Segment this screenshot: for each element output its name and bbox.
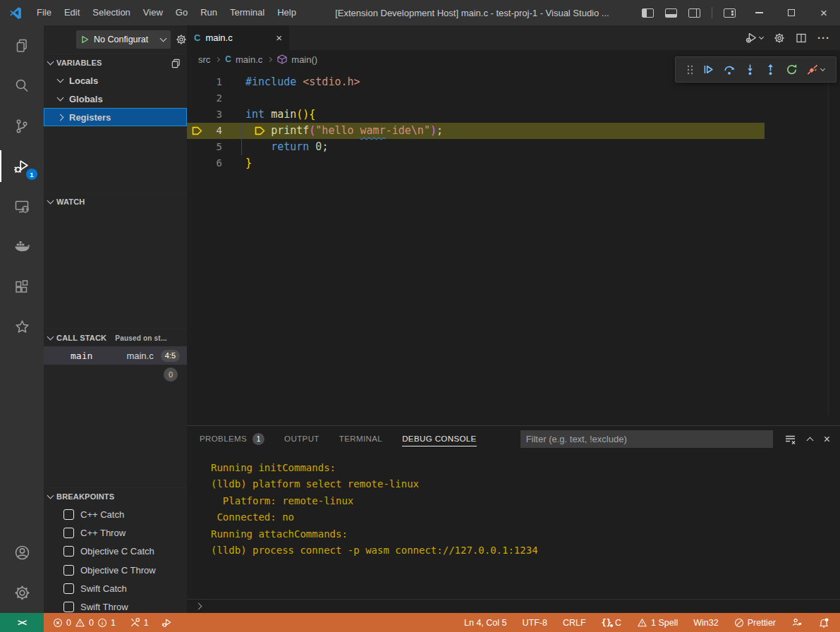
console-filter-input[interactable] [521,430,773,448]
settings-gear-icon[interactable] [774,32,785,44]
start-debug-icon[interactable] [81,35,89,44]
breakpoint-checkbox[interactable] [63,583,74,594]
toggle-sidebar-icon[interactable] [642,8,654,18]
more-actions-icon[interactable]: ··· [817,32,830,44]
braces-icon: {} [602,618,611,628]
run-or-debug-button[interactable] [745,32,763,44]
variables-item-locals[interactable]: Locals [44,71,187,90]
stack-frame-row[interactable]: main main.c 4:5 [44,346,187,365]
breadcrumb-src[interactable]: src [198,54,210,65]
remote-explorer-icon[interactable] [0,186,44,226]
step-over-icon[interactable] [723,63,736,75]
watch-header[interactable]: WATCH [44,193,187,210]
gutter[interactable]: 6 [187,155,245,171]
star-icon[interactable] [0,307,44,347]
toolbar-gripper[interactable] [687,65,693,75]
eol-indicator[interactable]: CRLF [563,618,586,628]
panel-tab-problems[interactable]: PROBLEMS1 [200,426,264,452]
maximize-button[interactable] [775,0,808,25]
formatter-indicator[interactable]: Prettier [734,618,776,628]
breakpoint-checkbox[interactable] [63,565,74,576]
clear-console-icon[interactable] [784,434,796,445]
restart-icon[interactable] [786,63,798,75]
breakpoint-checkbox[interactable] [63,509,74,520]
extensions-icon[interactable] [0,267,44,307]
account-icon[interactable] [0,533,44,573]
copy-value-icon[interactable] [171,58,181,68]
debug-console-output[interactable]: Running initCommands:(lldb) platform sel… [187,452,840,599]
open-launch-json-gear-icon[interactable] [176,34,187,45]
minimize-button[interactable] [743,0,775,25]
menu-run[interactable]: Run [194,0,224,25]
step-into-icon[interactable] [744,63,756,75]
chevron-down-icon[interactable] [820,66,825,71]
menu-go[interactable]: Go [169,0,194,25]
menu-view[interactable]: View [137,0,169,25]
source-control-icon[interactable] [0,106,44,146]
continue-icon[interactable] [702,63,714,75]
panel-tab-output[interactable]: OUTPUT [284,426,319,452]
breakpoint-row[interactable]: Objective C Catch [44,542,187,561]
toggle-panel-icon[interactable] [665,8,677,18]
menu-terminal[interactable]: Terminal [224,0,271,25]
menu-file[interactable]: File [30,0,58,25]
panel-tab-terminal[interactable]: TERMINAL [339,426,382,452]
code-editor[interactable]: 1#include <stdio.h>23int main(){4 printf… [187,68,840,425]
bottom-panel: PROBLEMS1OUTPUTTERMINALDEBUG CONSOLE × R… [187,425,840,613]
gutter[interactable]: 3 [187,107,245,123]
variables-item-registers[interactable]: Registers [44,108,187,126]
docker-icon[interactable] [0,226,44,267]
breakpoint-row[interactable]: Objective C Throw [44,561,187,579]
menu-help[interactable]: Help [271,0,303,25]
breakpoint-checkbox[interactable] [63,528,74,538]
debug-status[interactable] [162,617,173,628]
search-icon[interactable] [0,66,44,106]
breakpoint-row[interactable]: Swift Catch [44,579,187,597]
ports-status[interactable]: 1 [130,617,149,628]
tab-close-icon[interactable]: × [276,32,282,44]
breakpoint-checkbox[interactable] [63,602,74,612]
settings-gear-icon[interactable] [0,573,44,613]
maximize-panel-icon[interactable] [806,437,813,444]
variables-item-globals[interactable]: Globals [44,90,187,108]
tab-main-c[interactable]: C main.c × [187,25,289,50]
breadcrumb-symbol[interactable]: main() [291,54,317,65]
gutter[interactable]: 2 [187,90,245,107]
step-out-icon[interactable] [765,63,777,75]
panel-tab-debug-console[interactable]: DEBUG CONSOLE [402,426,477,452]
debug-sidebar: No Configurat VARIABLES LocalsGlobalsReg… [44,25,187,613]
gutter[interactable]: 1 [187,74,245,90]
gutter[interactable]: 5 [187,139,245,155]
platform-indicator[interactable]: Win32 [693,618,718,628]
spell-checker-status[interactable]: 1 Spell [637,618,678,628]
explorer-icon[interactable] [0,25,44,66]
encoding-indicator[interactable]: UTF-8 [522,618,547,628]
run-and-debug-icon[interactable]: 1 [0,146,44,186]
cursor-position[interactable]: Ln 4, Col 5 [464,618,506,628]
notifications-button[interactable] [818,617,829,628]
close-panel-icon[interactable]: × [824,434,830,445]
launch-config-dropdown[interactable]: No Configurat [76,30,171,49]
menu-edit[interactable]: Edit [58,0,86,25]
breadcrumb-file[interactable]: main.c [236,54,262,65]
language-mode[interactable]: {} C [602,618,621,628]
menu-selection[interactable]: Selection [86,0,136,25]
customize-layout-icon[interactable] [724,8,736,18]
gutter[interactable]: 4 [187,123,245,139]
breakpoints-header[interactable]: BREAKPOINTS [44,488,187,505]
remote-indicator[interactable]: >< [0,613,44,632]
close-button[interactable]: × [808,0,840,25]
disconnect-icon[interactable] [806,63,824,75]
breakpoint-checkbox[interactable] [63,546,74,557]
breakpoint-row[interactable]: C++ Throw [44,523,187,542]
problems-status[interactable]: 0 0 1 [53,618,116,628]
call-stack-header[interactable]: CALL STACK Paused on st... [44,329,187,346]
split-editor-icon[interactable] [796,32,807,44]
window-controls: × [743,0,840,25]
toggle-secondary-sidebar-icon[interactable] [688,8,700,18]
breakpoint-row[interactable]: Swift Throw [44,597,187,613]
variables-header[interactable]: VARIABLES [44,54,187,71]
debug-console-input[interactable] [187,599,840,613]
breakpoint-row[interactable]: C++ Catch [44,505,187,523]
feedback-button[interactable] [791,617,803,628]
